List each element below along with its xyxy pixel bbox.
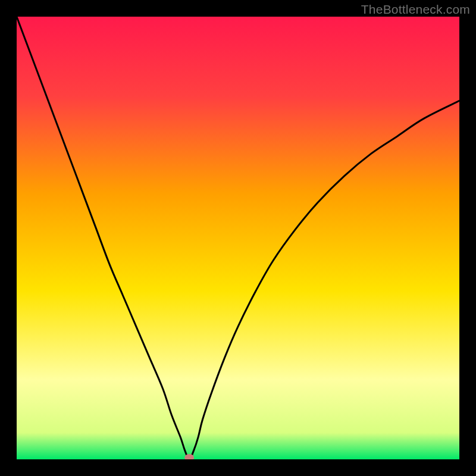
gradient-background	[17, 17, 459, 459]
chart-svg	[17, 17, 459, 459]
plot-area	[17, 17, 459, 459]
watermark-text: TheBottleneck.com	[361, 2, 470, 17]
chart-frame: TheBottleneck.com	[0, 0, 476, 476]
